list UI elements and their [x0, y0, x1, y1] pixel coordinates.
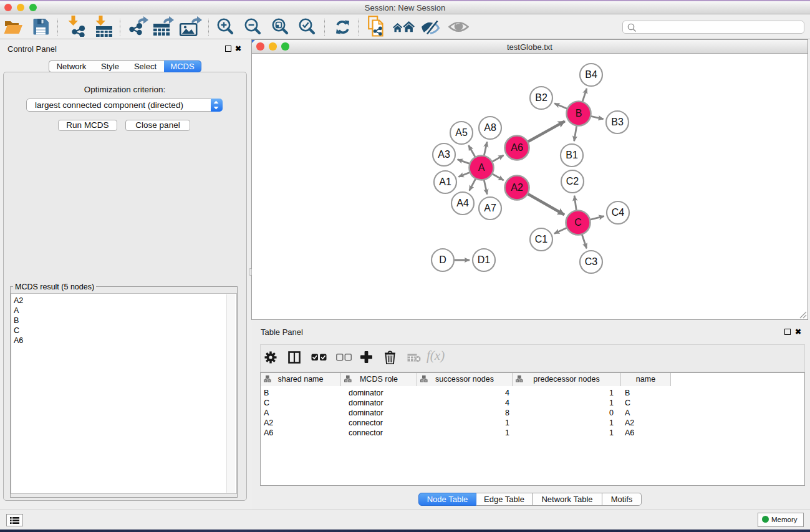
svg-text:D1: D1 — [478, 254, 491, 265]
svg-text:A3: A3 — [438, 149, 450, 160]
svg-text:C2: C2 — [566, 176, 579, 186]
svg-text:A8: A8 — [484, 122, 496, 133]
svg-text:C1: C1 — [535, 234, 548, 244]
svg-text:B2: B2 — [535, 92, 547, 103]
svg-text:A7: A7 — [484, 203, 496, 213]
svg-text:A4: A4 — [456, 198, 469, 208]
svg-text:A5: A5 — [455, 127, 468, 138]
svg-text:B: B — [576, 108, 582, 118]
svg-text:A: A — [478, 162, 485, 173]
svg-text:C4: C4 — [612, 207, 625, 218]
svg-text:D: D — [439, 254, 446, 265]
svg-text:C3: C3 — [585, 256, 598, 267]
svg-text:B4: B4 — [585, 69, 597, 80]
svg-text:A6: A6 — [511, 142, 523, 153]
svg-text:B1: B1 — [566, 150, 578, 160]
svg-text:A1: A1 — [439, 177, 451, 187]
svg-text:A2: A2 — [511, 182, 523, 193]
svg-text:C: C — [574, 217, 582, 228]
svg-text:B3: B3 — [611, 117, 624, 127]
